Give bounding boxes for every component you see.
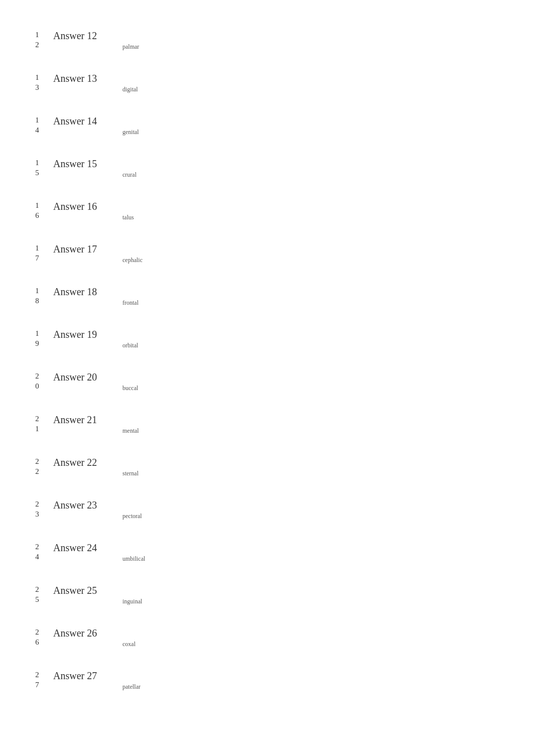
list-item: 1 3 Answer 13 digital bbox=[30, 63, 503, 105]
line-number: 2 4 bbox=[30, 541, 44, 562]
answer-value: coxal bbox=[118, 626, 136, 648]
answer-list: 1 2 Answer 12 palmar 1 3 Answer 13 digit… bbox=[30, 20, 503, 703]
answer-value: digital bbox=[118, 72, 138, 93]
line-number: 2 6 bbox=[30, 626, 44, 647]
answer-value: umbilical bbox=[118, 541, 145, 563]
line-number: 2 7 bbox=[30, 669, 44, 690]
list-item: 1 4 Answer 14 genital bbox=[30, 105, 503, 148]
list-item: 1 8 Answer 18 frontal bbox=[30, 276, 503, 319]
answer-label: Answer 26 bbox=[53, 626, 118, 639]
list-item: 1 7 Answer 17 cephalic bbox=[30, 233, 503, 276]
list-item: 1 6 Answer 16 talus bbox=[30, 191, 503, 233]
line-number: 1 9 bbox=[30, 328, 44, 348]
answer-label: Answer 15 bbox=[53, 157, 118, 170]
line-number: 2 5 bbox=[30, 584, 44, 604]
answer-value: pectoral bbox=[118, 498, 142, 520]
line-number: 2 1 bbox=[30, 413, 44, 434]
answer-value: genital bbox=[118, 114, 139, 136]
list-item: 1 9 Answer 19 orbital bbox=[30, 319, 503, 361]
line-number: 2 0 bbox=[30, 370, 44, 391]
answer-label: Answer 22 bbox=[53, 456, 118, 468]
line-number: 1 3 bbox=[30, 72, 44, 92]
answer-label: Answer 20 bbox=[53, 370, 118, 383]
list-item: 2 1 Answer 21 mental bbox=[30, 404, 503, 447]
answer-label: Answer 19 bbox=[53, 328, 118, 340]
line-number: 2 3 bbox=[30, 498, 44, 519]
line-number: 1 8 bbox=[30, 285, 44, 306]
answer-value: patellar bbox=[118, 669, 141, 691]
line-number: 1 6 bbox=[30, 200, 44, 220]
list-item: 2 2 Answer 22 sternal bbox=[30, 447, 503, 489]
answer-value: cephalic bbox=[118, 242, 143, 264]
answer-label: Answer 12 bbox=[53, 29, 118, 42]
answer-value: sternal bbox=[118, 456, 139, 477]
line-number: 2 2 bbox=[30, 456, 44, 476]
answer-value: palmar bbox=[118, 29, 139, 51]
answer-label: Answer 23 bbox=[53, 498, 118, 511]
answer-value: orbital bbox=[118, 328, 138, 349]
line-number: 1 5 bbox=[30, 157, 44, 178]
list-item: 2 0 Answer 20 buccal bbox=[30, 361, 503, 404]
list-item: 2 5 Answer 25 inguinal bbox=[30, 575, 503, 617]
answer-value: talus bbox=[118, 200, 134, 221]
list-item: 2 7 Answer 27 patellar bbox=[30, 660, 503, 703]
answer-label: Answer 16 bbox=[53, 200, 118, 212]
answer-value: crural bbox=[118, 157, 137, 179]
list-item: 1 2 Answer 12 palmar bbox=[30, 20, 503, 63]
answer-label: Answer 14 bbox=[53, 114, 118, 127]
answer-label: Answer 18 bbox=[53, 285, 118, 298]
answer-label: Answer 21 bbox=[53, 413, 118, 426]
answer-value: frontal bbox=[118, 285, 139, 307]
answer-value: mental bbox=[118, 413, 139, 435]
line-number: 1 2 bbox=[30, 29, 44, 50]
answer-value: inguinal bbox=[118, 584, 142, 605]
answer-label: Answer 24 bbox=[53, 541, 118, 554]
answer-label: Answer 25 bbox=[53, 584, 118, 596]
line-number: 1 7 bbox=[30, 242, 44, 263]
line-number: 1 4 bbox=[30, 114, 44, 135]
list-item: 2 6 Answer 26 coxal bbox=[30, 617, 503, 660]
answer-label: Answer 17 bbox=[53, 242, 118, 255]
list-item: 2 4 Answer 24 umbilical bbox=[30, 532, 503, 575]
answer-value: buccal bbox=[118, 370, 138, 392]
answer-label: Answer 27 bbox=[53, 669, 118, 682]
list-item: 1 5 Answer 15 crural bbox=[30, 148, 503, 191]
answer-label: Answer 13 bbox=[53, 72, 118, 84]
list-item: 2 3 Answer 23 pectoral bbox=[30, 489, 503, 532]
